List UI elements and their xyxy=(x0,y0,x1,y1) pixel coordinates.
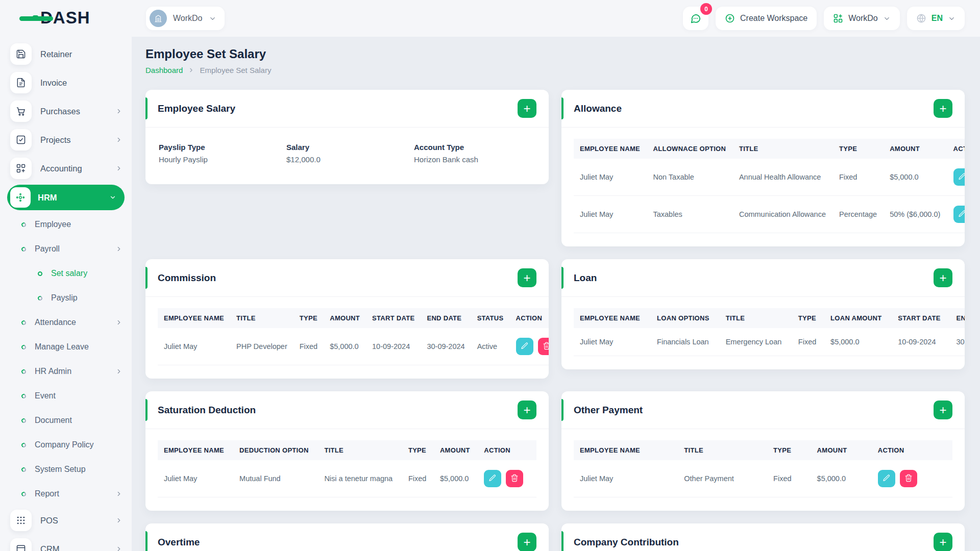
sidebar-item-projects[interactable]: Projects xyxy=(0,126,132,154)
sidebar-item-payroll[interactable]: Payroll xyxy=(0,237,132,261)
sidebar-item-retainer[interactable]: Retainer xyxy=(0,40,132,68)
sidebar-item-invoice[interactable]: Invoice xyxy=(0,68,132,97)
card-title: Commission xyxy=(158,272,216,284)
sidebar-item-hrm[interactable]: HRM xyxy=(7,185,125,210)
column-header: TITLE xyxy=(318,440,402,460)
field-label: Payslip Type xyxy=(159,143,286,152)
sidebar-item-system-setup[interactable]: System Setup xyxy=(0,457,132,482)
table-cell: Emergency Loan xyxy=(720,328,792,356)
sidebar-item-payslip[interactable]: Payslip xyxy=(0,286,132,310)
field-salary: Salary $12,000.0 xyxy=(286,143,414,164)
column-header: EMPLOYEE NAME xyxy=(574,440,678,460)
add-employee-salary-button[interactable]: + xyxy=(518,99,536,118)
breadcrumb-current: Employee Set Salary xyxy=(200,66,271,74)
column-header: LOAN AMOUNT xyxy=(824,308,892,328)
column-header: TYPE xyxy=(833,139,884,159)
action-cell xyxy=(947,196,965,233)
table-cell: 50% ($6,000.0) xyxy=(884,196,947,233)
chevron-right-icon xyxy=(115,245,122,253)
saturation-deduction-card: Saturation Deduction + EMPLOYEE NAMEDEDU… xyxy=(145,391,549,511)
messages-button[interactable]: 0 xyxy=(683,7,708,30)
table-cell: Juliet May xyxy=(158,460,233,497)
sidebar-item-manage-leave[interactable]: Manage Leave xyxy=(0,335,132,359)
chevron-right-icon xyxy=(188,67,194,73)
sidebar-item-employee[interactable]: Employee xyxy=(0,212,132,237)
sidebar-item-label: Report xyxy=(35,489,59,498)
field-account-type: Account Type Horizon Bank cash xyxy=(414,143,535,164)
sidebar-item-crm[interactable]: CRM xyxy=(0,535,132,551)
chevron-right-icon xyxy=(115,368,122,375)
action-cell xyxy=(510,328,549,365)
chevron-down-icon xyxy=(109,194,116,201)
delete-button[interactable] xyxy=(900,470,917,487)
chevron-right-icon xyxy=(115,517,122,524)
language-selector[interactable]: EN xyxy=(907,7,965,30)
loan-table: EMPLOYEE NAMELOAN OPTIONSTITLETYPELOAN A… xyxy=(574,308,965,356)
sidebar-item-pos[interactable]: POS xyxy=(0,506,132,535)
chevron-right-icon xyxy=(115,319,122,326)
edit-button[interactable] xyxy=(953,168,965,186)
table-cell: $5,000.0 xyxy=(324,328,366,365)
sidebar-item-label: Employee xyxy=(35,220,71,229)
bullet-icon xyxy=(21,393,27,399)
column-header: END DATE xyxy=(421,308,471,328)
card-title: Loan xyxy=(574,272,597,284)
workdo-menu-button[interactable]: WorkDo xyxy=(824,7,900,30)
sidebar-item-accounting[interactable]: Accounting xyxy=(0,154,132,183)
card-header: Commission + xyxy=(145,259,549,297)
column-header: END DATE xyxy=(950,308,965,328)
column-header: ACTION xyxy=(947,139,965,159)
workspace-selector[interactable]: WorkDo xyxy=(146,7,225,30)
pencil-icon xyxy=(883,474,891,484)
card-title: Company Contribution xyxy=(574,537,679,548)
sidebar-item-document[interactable]: Document xyxy=(0,408,132,433)
column-header: TITLE xyxy=(733,139,833,159)
sidebar-item-set-salary[interactable]: Set salary xyxy=(0,261,132,286)
add-overtime-button[interactable]: + xyxy=(518,533,536,551)
create-workspace-label: Create Workspace xyxy=(740,14,807,23)
table-cell: Juliet May xyxy=(574,196,647,233)
table-cell: Mutual Fund xyxy=(233,460,318,497)
chevron-right-icon xyxy=(115,490,122,497)
language-label: EN xyxy=(932,14,943,23)
app-logo[interactable]: DASH xyxy=(33,8,90,28)
add-saturation-deduction-button[interactable]: + xyxy=(518,400,536,419)
field-label: Account Type xyxy=(414,143,535,152)
add-other-payment-button[interactable]: + xyxy=(934,400,952,419)
add-commission-button[interactable]: + xyxy=(518,268,536,287)
topbar-actions: 0 Create Workspace WorkDo EN xyxy=(683,7,965,30)
breadcrumb-dashboard-link[interactable]: Dashboard xyxy=(145,66,183,74)
sidebar-item-event[interactable]: Event xyxy=(0,384,132,408)
field-value: Hourly Payslip xyxy=(159,155,286,164)
delete-button[interactable] xyxy=(538,338,549,355)
sidebar-item-attendance[interactable]: Attendance xyxy=(0,310,132,335)
edit-button[interactable] xyxy=(953,206,965,223)
sidebar-item-label: Attendance xyxy=(35,318,76,327)
add-company-contribution-button[interactable]: + xyxy=(934,533,952,551)
table-cell: Communication Allowance xyxy=(733,196,833,233)
table-cell: 10-09-2024 xyxy=(366,328,421,365)
table-cell: Financials Loan xyxy=(651,328,720,356)
sidebar-item-report[interactable]: Report xyxy=(0,482,132,506)
other-payment-table: EMPLOYEE NAMETITLETYPEAMOUNTACTIONJuliet… xyxy=(574,440,952,497)
allowance-table-wrap: EMPLOYEE NAMEALLOWNACE OPTIONTITLETYPEAM… xyxy=(561,128,965,246)
edit-button[interactable] xyxy=(484,470,501,487)
table-cell: Juliet May xyxy=(574,460,678,497)
edit-button[interactable] xyxy=(878,470,895,487)
add-loan-button[interactable]: + xyxy=(934,268,952,287)
card-title: Saturation Deduction xyxy=(158,405,256,416)
delete-button[interactable] xyxy=(506,470,523,487)
add-allowance-button[interactable]: + xyxy=(934,99,952,118)
sidebar-item-hr-admin[interactable]: HR Admin xyxy=(0,359,132,384)
chevron-right-icon xyxy=(115,545,122,551)
table-header-row: EMPLOYEE NAMEDEDUCTION OPTIONTITLETYPEAM… xyxy=(158,440,536,460)
pencil-icon xyxy=(521,342,529,352)
create-workspace-button[interactable]: Create Workspace xyxy=(716,7,817,30)
sidebar-item-company-policy[interactable]: Company Policy xyxy=(0,433,132,457)
table-cell: Non Taxable xyxy=(647,159,732,196)
column-header: EMPLOYEE NAME xyxy=(574,139,647,159)
sidebar-item-purchases[interactable]: Purchases xyxy=(0,97,132,126)
company-contribution-card: Company Contribution + xyxy=(561,523,965,551)
edit-button[interactable] xyxy=(516,338,533,355)
card-header: Allowance + xyxy=(561,90,965,128)
